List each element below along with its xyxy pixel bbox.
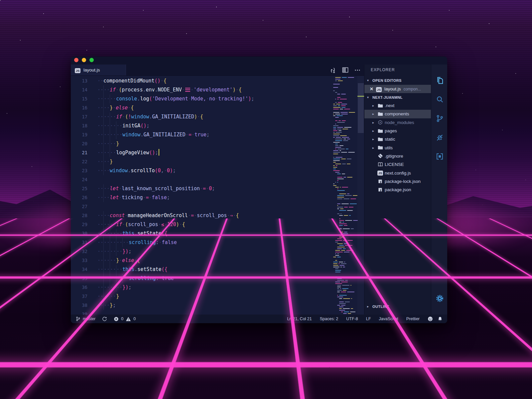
code-line[interactable]: 14····if·(process.env.NODE_ENV··'develop…	[71, 85, 332, 94]
code-line[interactable]: 38····};	[71, 301, 332, 310]
formatter-indicator[interactable]: Prettier	[406, 317, 420, 321]
activity-source-control-icon[interactable]	[431, 112, 447, 125]
tab-layout-js[interactable]: JS layout.js	[71, 65, 126, 75]
eol-indicator[interactable]: LF	[366, 317, 371, 321]
code-line[interactable]: 24	[71, 175, 332, 184]
tree-item-license[interactable]: LICENSE	[364, 160, 431, 169]
code-line[interactable]: 16····}·else·{	[71, 103, 332, 112]
line-number: 19	[71, 130, 87, 139]
tree-item-pages[interactable]: ▸pages	[364, 127, 431, 135]
chevron-right-icon: ▸	[367, 305, 370, 308]
overview-ruler[interactable]	[357, 76, 364, 315]
encoding-indicator[interactable]: UTF-8	[346, 317, 358, 321]
line-number: 21	[71, 148, 87, 157]
folder-icon	[377, 128, 383, 134]
line-number: 35	[71, 274, 87, 283]
chevron-right-icon: ▸	[372, 104, 376, 107]
folder-icon	[377, 137, 383, 142]
node-icon	[377, 120, 383, 125]
chevron-right-icon: ▸	[372, 137, 376, 141]
titlebar[interactable]	[71, 57, 447, 65]
code-editor[interactable]: 13··componentDidMount()·{14····if·(proce…	[71, 76, 364, 315]
error-icon	[114, 317, 119, 322]
code-line[interactable]: 23····window.scrollTo(0,·0);	[71, 166, 332, 175]
zoom-window-button[interactable]	[89, 58, 94, 62]
code-line[interactable]: 29······if·(scroll_pos·≤·120)·{	[71, 220, 332, 229]
editor-actions	[330, 65, 361, 75]
feedback-smiley-icon[interactable]	[428, 316, 433, 322]
scrollbar-slider[interactable]	[358, 83, 364, 133]
code-line[interactable]: 32········});	[71, 247, 332, 256]
code-line[interactable]: 36········});	[71, 283, 332, 292]
line-number: 13	[71, 76, 87, 85]
code-line[interactable]: 19········window.GA_INITIALIZED·=·true;	[71, 130, 332, 139]
tree-item-utils[interactable]: ▸utils	[364, 143, 431, 152]
tree-item-components[interactable]: ▸components	[364, 110, 431, 118]
tree-item-package-json[interactable]: package.json	[364, 186, 431, 194]
outline-header[interactable]: ▸ OUTLINE	[364, 303, 431, 310]
line-number: 33	[71, 256, 87, 265]
folder-icon	[377, 111, 383, 117]
tab-bar: JS layout.js	[71, 65, 364, 76]
code-line[interactable]: 27	[71, 202, 332, 211]
line-number: 14	[71, 85, 87, 94]
cursor-position[interactable]: Ln 21, Col 21	[287, 317, 312, 321]
code-line[interactable]: 18········initGA();	[71, 121, 332, 130]
tree-item-node-modules[interactable]: ▸node_modules	[364, 118, 431, 127]
minimap[interactable]	[332, 76, 357, 315]
line-number: 20	[71, 139, 87, 148]
open-editor-item-layout-js[interactable]: ✕ JS layout.js compon...	[364, 85, 431, 93]
code-line[interactable]: 39	[71, 310, 332, 315]
folder-icon	[377, 145, 383, 150]
settings-gear-icon[interactable]	[431, 294, 447, 303]
code-line[interactable]: 21······logPageView();	[71, 148, 332, 157]
sync-button[interactable]	[102, 317, 107, 322]
line-number: 15	[71, 94, 87, 103]
close-window-button[interactable]	[74, 58, 78, 62]
more-actions-icon[interactable]	[354, 67, 361, 73]
notifications-bell-icon[interactable]	[438, 316, 443, 322]
code-line[interactable]: 22····}	[71, 157, 332, 166]
code-line[interactable]: 26····let·ticking·=·false;	[71, 193, 332, 202]
code-line[interactable]: 31··········scrolling:·false	[71, 238, 332, 247]
tree-item-next-config-js[interactable]: JSnext.config.js	[364, 169, 431, 177]
code-lines[interactable]: 13··componentDidMount()·{14····if·(proce…	[71, 76, 332, 315]
code-line[interactable]: 25····let·last_known_scroll_position·=·0…	[71, 184, 332, 193]
code-line[interactable]: 34········this.setState({	[71, 265, 332, 274]
line-number: 17	[71, 112, 87, 121]
chevron-down-icon: ▾	[367, 95, 370, 99]
open-editors-header[interactable]: ▾ OPEN EDITORS	[364, 76, 431, 84]
sync-icon	[102, 317, 107, 322]
project-header[interactable]: ▾ NEXT-JUANMNL	[364, 93, 431, 101]
split-editor-icon[interactable]	[342, 67, 348, 73]
code-line[interactable]: 30········this.setState({	[71, 229, 332, 238]
line-number: 31	[71, 238, 87, 247]
activity-files-icon[interactable]	[431, 74, 447, 87]
close-icon[interactable]: ✕	[370, 86, 373, 91]
minimize-window-button[interactable]	[82, 58, 86, 62]
line-number: 28	[71, 211, 87, 220]
branch-indicator[interactable]: master	[75, 316, 95, 322]
open-changes-icon[interactable]	[330, 67, 336, 73]
activity-debug-icon[interactable]	[431, 131, 447, 144]
tree-item-package-lock-json[interactable]: package-lock.json	[364, 177, 431, 186]
tree-item--gitignore[interactable]: .gitignore	[364, 152, 431, 160]
code-line[interactable]: 37······}	[71, 292, 332, 301]
code-line[interactable]: 13··componentDidMount()·{	[71, 76, 332, 85]
code-line[interactable]: 17······if·(!window.GA_INITIALIZED)·{	[71, 112, 332, 121]
code-line[interactable]: 33······}·else·{	[71, 256, 332, 265]
chevron-right-icon: ▸	[372, 129, 376, 133]
code-line[interactable]: 15······console.log('Development·Mode,·n…	[71, 94, 332, 103]
git-branch-icon	[75, 316, 80, 322]
line-number: 22	[71, 157, 87, 166]
code-line[interactable]: 20······}	[71, 139, 332, 148]
language-mode[interactable]: JavaScript	[379, 317, 398, 321]
indentation-indicator[interactable]: Spaces: 2	[320, 317, 338, 321]
tree-item-static[interactable]: ▸static	[364, 135, 431, 143]
activity-search-icon[interactable]	[431, 93, 447, 106]
code-line[interactable]: 28····const·manageHeaderOnScroll·=·scrol…	[71, 211, 332, 220]
tree-item--next[interactable]: ▸.next	[364, 101, 431, 110]
activity-extensions-icon[interactable]	[431, 150, 447, 163]
problems-indicator[interactable]: 0 0	[114, 317, 136, 322]
code-line[interactable]: 35··········scrolling:·true	[71, 274, 332, 283]
